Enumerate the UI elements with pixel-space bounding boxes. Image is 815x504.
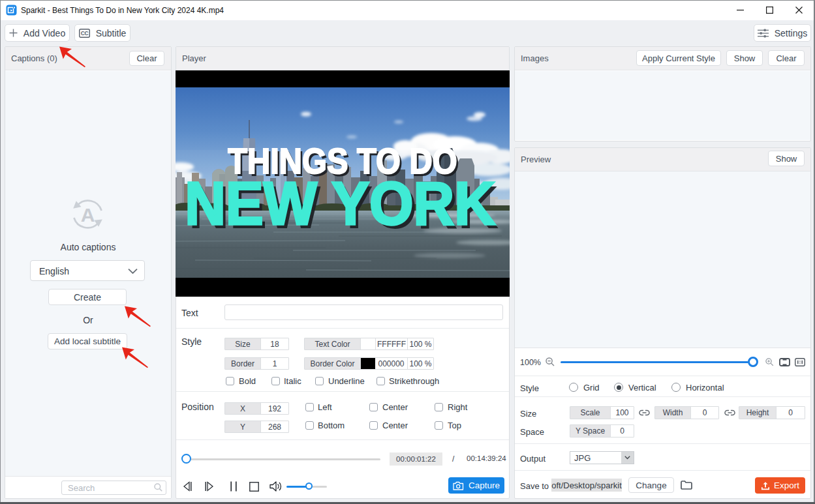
svg-text:A: A [81, 204, 95, 226]
svg-text:CC: CC [81, 30, 89, 37]
